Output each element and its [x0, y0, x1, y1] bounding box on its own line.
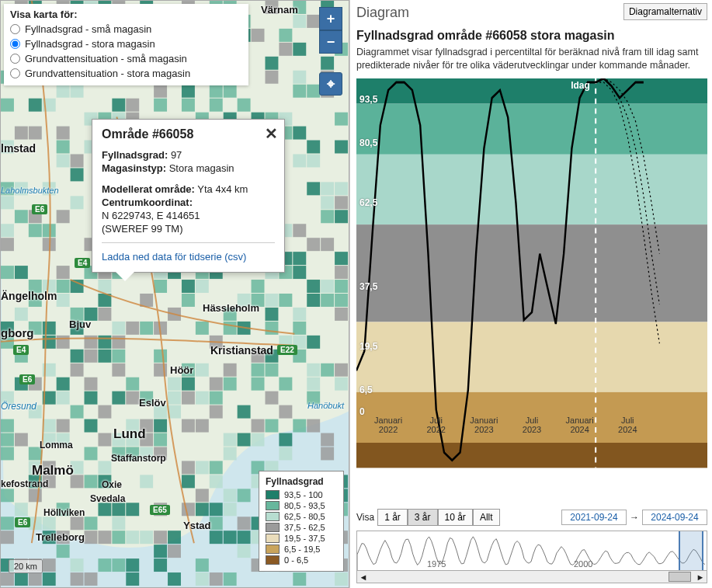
mini-scrollbar[interactable]: ◄ ► — [356, 571, 707, 583]
scroll-track[interactable] — [370, 571, 694, 583]
svg-rect-305 — [168, 391, 181, 405]
range-button[interactable]: Allt — [473, 509, 500, 526]
map-panel[interactable]: (function(){ var svg = document.currentS… — [0, 0, 349, 588]
svg-rect-463 — [356, 103, 707, 154]
locate-button[interactable]: ⌖ — [319, 72, 342, 96]
svg-rect-280 — [252, 364, 265, 377]
scale-label: 20 km — [14, 562, 37, 571]
svg-rect-234 — [85, 308, 98, 321]
svg-rect-368 — [85, 475, 98, 488]
svg-rect-79 — [307, 85, 320, 98]
svg-rect-367 — [71, 475, 84, 488]
scroll-left-icon[interactable]: ◄ — [357, 572, 370, 582]
layer-option[interactable]: Grundvattensituation - stora magasin — [10, 66, 242, 81]
arrow-icon: → — [630, 512, 639, 523]
svg-rect-27 — [307, 15, 320, 28]
y-tick: 80,5 — [359, 137, 377, 148]
svg-rect-390 — [126, 503, 139, 516]
zoom-controls: + − ⌖ — [319, 7, 342, 96]
range-button[interactable]: 1 år — [377, 509, 408, 526]
svg-rect-232 — [15, 308, 28, 321]
svg-rect-239 — [293, 308, 306, 321]
layer-radio[interactable] — [10, 54, 20, 64]
svg-rect-449 — [1, 572, 14, 586]
download-csv-link[interactable]: Ladda ned data för tidserie (csv) — [102, 251, 246, 263]
layer-selector: Visa karta för: Fyllnadsgrad - små magas… — [4, 4, 248, 85]
svg-rect-209 — [43, 280, 56, 293]
svg-rect-333 — [15, 433, 28, 447]
svg-rect-196 — [57, 266, 70, 279]
svg-rect-423 — [238, 531, 251, 544]
svg-rect-340 — [154, 433, 167, 447]
svg-rect-45 — [279, 43, 292, 56]
layer-radio[interactable] — [10, 24, 20, 34]
svg-rect-420 — [168, 531, 181, 544]
layer-label: Grundvattensituation - stora magasin — [25, 68, 190, 79]
svg-rect-78 — [293, 85, 306, 98]
svg-rect-306 — [182, 391, 195, 405]
layer-radio[interactable] — [10, 68, 20, 78]
diagram-options-button[interactable]: Diagramalternativ — [623, 3, 707, 20]
legend-swatch — [266, 534, 280, 543]
legend-label: 0 - 6,5 — [284, 555, 308, 565]
svg-rect-73 — [71, 85, 84, 98]
svg-rect-230 — [321, 294, 334, 307]
svg-rect-405 — [85, 517, 98, 530]
svg-rect-277 — [182, 364, 195, 377]
svg-rect-295 — [279, 378, 292, 391]
svg-rect-231 — [335, 294, 348, 307]
scroll-thumb[interactable] — [669, 572, 691, 582]
svg-rect-243 — [43, 322, 56, 335]
layer-option[interactable]: Fyllnadsgrad - stora magasin — [10, 37, 242, 51]
range-button[interactable]: 10 år — [438, 509, 473, 526]
svg-rect-369 — [98, 475, 111, 488]
map-popup: ✕ Område #66058 Fyllnadsgrad: 97 Magasin… — [92, 119, 285, 273]
svg-rect-219 — [335, 280, 348, 293]
svg-rect-433 — [238, 545, 251, 558]
svg-rect-389 — [112, 503, 125, 516]
date-to-input[interactable] — [642, 510, 707, 525]
legend-label: 93,5 - 100 — [284, 490, 323, 499]
road-badge: E4 — [75, 258, 90, 268]
modellerat-label: Modellerat område: — [102, 183, 195, 195]
svg-rect-413 — [57, 531, 70, 544]
svg-rect-86 — [154, 99, 167, 112]
zoom-in-button[interactable]: + — [319, 7, 342, 30]
layer-option[interactable]: Grundvattensituation - små magasin — [10, 51, 242, 66]
svg-rect-339 — [140, 433, 153, 447]
svg-rect-361 — [196, 461, 209, 474]
range-button[interactable]: 3 år — [408, 509, 438, 526]
show-label: Visa — [356, 512, 374, 523]
svg-rect-120 — [57, 154, 70, 167]
zoom-out-button[interactable]: − — [319, 30, 342, 54]
chart-area[interactable]: 93,580,562,537,519,56,50 Idag Januari202… — [356, 78, 707, 504]
legend-swatch — [266, 523, 280, 532]
svg-rect-343 — [252, 433, 265, 447]
svg-rect-387 — [57, 503, 70, 516]
svg-rect-314 — [154, 405, 167, 419]
svg-rect-310 — [307, 391, 320, 405]
svg-rect-112 — [1, 141, 14, 154]
svg-rect-458 — [210, 572, 223, 586]
date-from-input[interactable] — [561, 510, 627, 525]
svg-rect-355 — [321, 447, 334, 460]
svg-rect-388 — [98, 503, 111, 516]
range-controls: Visa 1 år3 år10 årAllt → — [356, 509, 707, 526]
svg-rect-258 — [98, 336, 111, 349]
mini-chart[interactable]: 1975 2000 — [356, 531, 707, 571]
close-icon[interactable]: ✕ — [265, 124, 278, 143]
svg-rect-271 — [265, 350, 278, 363]
mini-chart-window[interactable] — [679, 531, 703, 570]
layer-option[interactable]: Fyllnadsgrad - små magasin — [10, 22, 242, 37]
legend-swatch — [266, 490, 280, 499]
scroll-right-icon[interactable]: ► — [694, 572, 707, 582]
legend-row: 62,5 - 80,5 — [266, 512, 337, 521]
svg-rect-289 — [126, 378, 139, 391]
y-tick: 62,5 — [359, 197, 377, 208]
svg-rect-414 — [85, 531, 98, 544]
svg-rect-111 — [293, 127, 306, 140]
svg-rect-163 — [321, 210, 334, 223]
svg-rect-441 — [112, 558, 125, 572]
svg-rect-75 — [182, 85, 195, 98]
layer-radio[interactable] — [10, 39, 20, 49]
